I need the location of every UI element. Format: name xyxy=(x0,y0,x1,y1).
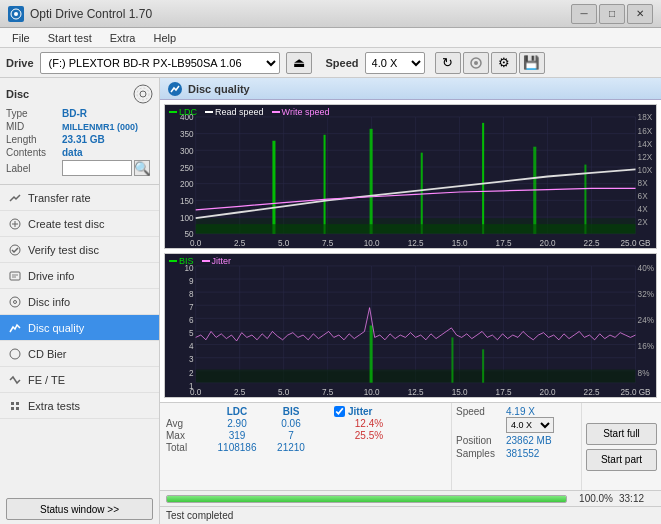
svg-text:7: 7 xyxy=(189,301,194,312)
svg-rect-48 xyxy=(584,165,586,234)
menu-help[interactable]: Help xyxy=(145,30,184,46)
sidebar-item-extra-tests[interactable]: Extra tests xyxy=(0,393,159,419)
max-bis: 7 xyxy=(264,430,318,441)
length-key: Length xyxy=(6,134,62,145)
svg-text:2.5: 2.5 xyxy=(234,237,245,248)
max-jitter: 25.5% xyxy=(334,430,404,441)
svg-text:5: 5 xyxy=(189,328,194,339)
svg-rect-19 xyxy=(11,407,14,410)
svg-text:6X: 6X xyxy=(638,191,648,202)
start-part-button[interactable]: Start part xyxy=(586,449,657,471)
svg-text:350: 350 xyxy=(180,129,194,140)
svg-point-16 xyxy=(10,349,20,359)
max-label: Max xyxy=(166,430,210,441)
disc-info-icon xyxy=(8,295,22,309)
create-test-icon xyxy=(8,217,22,231)
svg-rect-11 xyxy=(10,272,20,280)
app-icon xyxy=(8,6,24,22)
svg-text:2.5: 2.5 xyxy=(234,386,245,397)
svg-text:16X: 16X xyxy=(638,125,653,136)
chart-ldc: LDC Read speed Write speed xyxy=(164,104,657,249)
save-button[interactable]: 💾 xyxy=(519,52,545,74)
refresh-button[interactable]: ↻ xyxy=(435,52,461,74)
sidebar-item-transfer-rate[interactable]: Transfer rate xyxy=(0,185,159,211)
svg-text:10.0: 10.0 xyxy=(364,386,380,397)
svg-text:10.0: 10.0 xyxy=(364,237,380,248)
svg-text:7.5: 7.5 xyxy=(322,237,333,248)
disc-title: Disc xyxy=(6,88,29,100)
sidebar-item-drive-info[interactable]: Drive info xyxy=(0,263,159,289)
chart1-svg: 400 350 300 250 200 150 100 50 18X 16X 1… xyxy=(165,105,656,248)
burn-button[interactable] xyxy=(463,52,489,74)
svg-point-5 xyxy=(140,91,146,97)
samples-label: Samples xyxy=(456,448,506,459)
svg-text:25.0 GB: 25.0 GB xyxy=(621,237,651,248)
svg-text:24%: 24% xyxy=(638,315,654,326)
speed-select[interactable]: 4.0 X xyxy=(365,52,425,74)
svg-text:5.0: 5.0 xyxy=(278,386,289,397)
sidebar-item-fe-te[interactable]: FE / TE xyxy=(0,367,159,393)
svg-text:2X: 2X xyxy=(638,217,648,228)
samples-value: 381552 xyxy=(506,448,576,459)
jitter-checkbox[interactable] xyxy=(334,406,345,417)
svg-text:14X: 14X xyxy=(638,138,653,149)
menubar: File Start test Extra Help xyxy=(0,28,661,48)
disc-quality-icon xyxy=(8,321,22,335)
mid-key: MID xyxy=(6,121,62,132)
svg-rect-103 xyxy=(482,349,484,382)
svg-text:15.0: 15.0 xyxy=(452,237,468,248)
menu-start-test[interactable]: Start test xyxy=(40,30,100,46)
svg-text:18X: 18X xyxy=(638,112,653,123)
verify-test-icon xyxy=(8,243,22,257)
svg-rect-46 xyxy=(482,123,484,234)
cd-bier-icon xyxy=(8,347,22,361)
svg-text:12.5: 12.5 xyxy=(408,237,424,248)
settings-button[interactable]: ⚙ xyxy=(491,52,517,74)
avg-jitter: 12.4% xyxy=(334,418,404,429)
label-input[interactable] xyxy=(62,160,132,176)
svg-text:15.0: 15.0 xyxy=(452,386,468,397)
mid-value: MILLENMR1 (000) xyxy=(62,122,138,132)
svg-rect-20 xyxy=(16,407,19,410)
jitter-header: Jitter xyxy=(348,406,372,417)
drive-info-icon xyxy=(8,269,22,283)
start-full-button[interactable]: Start full xyxy=(586,423,657,445)
type-value: BD-R xyxy=(62,108,87,119)
speed-display-select[interactable]: 4.0 X xyxy=(506,417,554,433)
svg-text:17.5: 17.5 xyxy=(496,386,512,397)
drive-select[interactable]: (F:) PLEXTOR BD-R PX-LB950SA 1.06 xyxy=(40,52,280,74)
sidebar: Disc Type BD-R MID MILLENMR1 (000) Lengt… xyxy=(0,78,160,524)
sidebar-item-create-test-disc[interactable]: Create test disc xyxy=(0,211,159,237)
svg-text:100: 100 xyxy=(180,212,194,223)
sidebar-item-disc-quality[interactable]: Disc quality xyxy=(0,315,159,341)
progress-bar-area: 100.0% 33:12 xyxy=(160,490,661,506)
sidebar-item-cd-bier[interactable]: CD Bier xyxy=(0,341,159,367)
progress-percent: 100.0% xyxy=(573,493,613,504)
contents-key: Contents xyxy=(6,147,62,158)
speed-stat-label: Speed xyxy=(456,406,506,433)
max-ldc: 319 xyxy=(210,430,264,441)
svg-rect-42 xyxy=(272,141,275,234)
length-value: 23.31 GB xyxy=(62,134,105,145)
svg-rect-43 xyxy=(324,135,326,234)
sidebar-item-verify-test-disc[interactable]: Verify test disc xyxy=(0,237,159,263)
menu-file[interactable]: File xyxy=(4,30,38,46)
svg-rect-18 xyxy=(16,402,19,405)
position-label: Position xyxy=(456,435,506,446)
svg-text:17.5: 17.5 xyxy=(496,237,512,248)
status-window-button[interactable]: Status window >> xyxy=(6,498,153,520)
action-buttons: Start full Start part xyxy=(581,403,661,490)
position-value: 23862 MB xyxy=(506,435,576,446)
app-title: Opti Drive Control 1.70 xyxy=(8,6,152,22)
legend-read-speed: Read speed xyxy=(205,107,264,117)
maximize-button[interactable]: □ xyxy=(599,4,625,24)
sidebar-item-disc-info[interactable]: Disc info xyxy=(0,289,159,315)
svg-text:22.5: 22.5 xyxy=(584,237,600,248)
minimize-button[interactable]: ─ xyxy=(571,4,597,24)
eject-button[interactable]: ⏏ xyxy=(286,52,312,74)
progress-time: 33:12 xyxy=(619,493,655,504)
label-search-button[interactable]: 🔍 xyxy=(134,160,150,176)
svg-text:150: 150 xyxy=(180,195,194,206)
close-button[interactable]: ✕ xyxy=(627,4,653,24)
menu-extra[interactable]: Extra xyxy=(102,30,144,46)
